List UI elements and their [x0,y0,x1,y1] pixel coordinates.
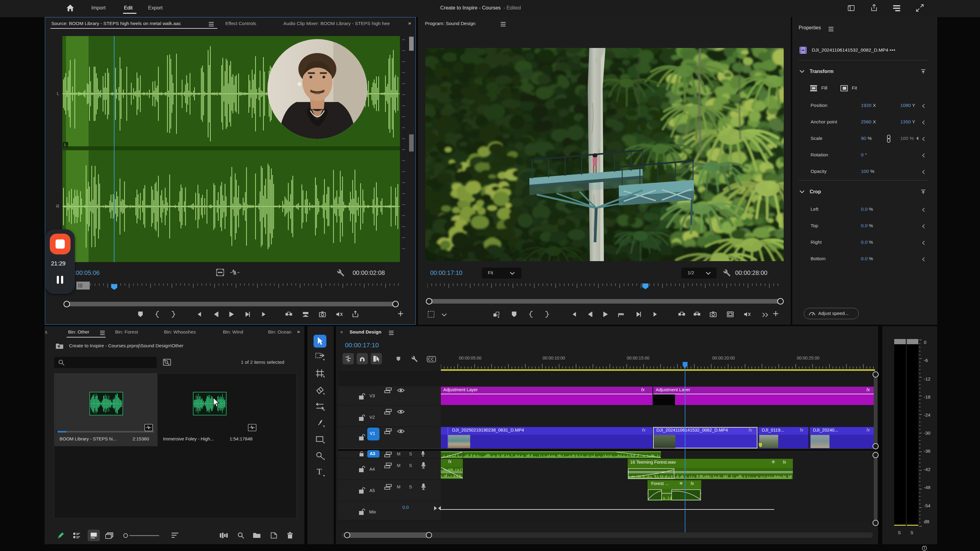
svg-text:L: L [64,143,67,147]
svg-text:T: T [317,467,322,476]
